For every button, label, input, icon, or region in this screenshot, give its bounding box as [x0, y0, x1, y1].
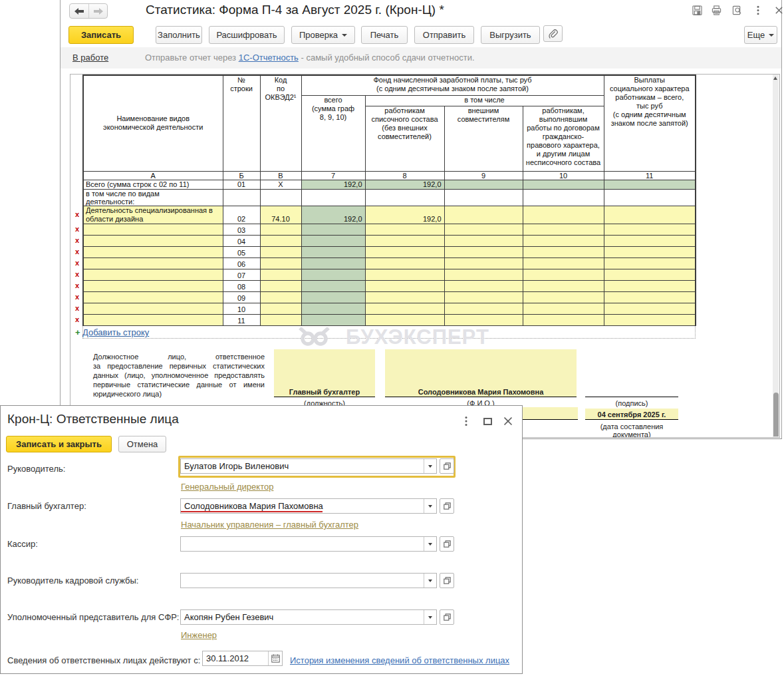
cell-c11[interactable]: [604, 314, 696, 325]
cell-okved[interactable]: [260, 291, 301, 303]
cell-c9[interactable]: [444, 235, 523, 246]
cell-c10[interactable]: [523, 257, 604, 269]
cell-c11[interactable]: [604, 303, 696, 314]
cell-okved[interactable]: [260, 235, 301, 246]
cell-c9[interactable]: [444, 269, 523, 280]
date-field[interactable]: 04 сентября 2025 г.: [585, 409, 678, 420]
more-dots-icon[interactable]: [755, 5, 761, 15]
cell-c8[interactable]: [365, 257, 444, 269]
cell-02-name[interactable]: Деятельность специализированная в област…: [83, 206, 223, 224]
cancel-button[interactable]: Отмена: [118, 436, 166, 452]
cell-okved[interactable]: [260, 314, 301, 325]
cell-c8[interactable]: [365, 246, 444, 257]
cell-total-c10[interactable]: [523, 180, 604, 189]
cashier-open-button[interactable]: [440, 536, 454, 552]
save-icon[interactable]: [692, 5, 702, 15]
cell-c8[interactable]: [365, 280, 444, 291]
hr-dropdown-button[interactable]: [424, 574, 436, 588]
fill-button[interactable]: Заполнить: [156, 26, 202, 44]
sfr-position-link[interactable]: Инженер: [181, 630, 217, 640]
vertical-scrollbar[interactable]: [773, 75, 779, 438]
cell-c7[interactable]: [301, 257, 365, 269]
cell-line[interactable]: 04: [223, 235, 260, 246]
manager-open-button[interactable]: [440, 458, 454, 474]
cell-c11[interactable]: [604, 246, 696, 257]
cell-okved[interactable]: [260, 269, 301, 280]
hr-input[interactable]: [180, 573, 437, 588]
decipher-button[interactable]: Расшифровать: [209, 26, 285, 44]
close-icon[interactable]: [774, 5, 784, 15]
cell-c9[interactable]: [444, 224, 523, 235]
print-button[interactable]: Печать: [361, 26, 408, 44]
cell-c9[interactable]: [444, 291, 523, 303]
cell-c11[interactable]: [604, 280, 696, 291]
cell-line[interactable]: 05: [223, 246, 260, 257]
cell-c11[interactable]: [604, 269, 696, 280]
cell-total-c7[interactable]: 192,0: [301, 180, 365, 189]
cell-line[interactable]: 03: [223, 224, 260, 235]
cell-c8[interactable]: [365, 235, 444, 246]
cell-c9[interactable]: [444, 314, 523, 325]
cell-c11[interactable]: [604, 224, 696, 235]
more-button[interactable]: Еще: [744, 26, 777, 44]
cell-c7[interactable]: [301, 303, 365, 314]
cell-02-c7[interactable]: 192,0: [301, 206, 365, 224]
history-link[interactable]: История изменения сведений об ответствен…: [290, 655, 509, 665]
dialog-maximize-icon[interactable]: [483, 418, 492, 425]
sfr-dropdown-button[interactable]: [424, 610, 436, 624]
send-button[interactable]: Отправить: [414, 26, 474, 44]
status-1c-link[interactable]: 1С-Отчетность: [239, 53, 299, 63]
cell-c9[interactable]: [444, 280, 523, 291]
cell-okved[interactable]: [260, 224, 301, 235]
cell-c10[interactable]: [523, 291, 604, 303]
fio-field[interactable]: Солодовникова Мария Пахомовна: [385, 349, 577, 397]
dialog-more-icon[interactable]: [464, 416, 468, 426]
cell-c8[interactable]: [365, 314, 444, 325]
cell-c11[interactable]: [604, 257, 696, 269]
date-input[interactable]: 30.11.2012: [202, 651, 283, 666]
save-close-button[interactable]: Записать и закрыть: [6, 436, 112, 452]
cell-c9[interactable]: [444, 303, 523, 314]
cell-name[interactable]: [83, 235, 223, 246]
cell-c10[interactable]: [523, 269, 604, 280]
cell-line[interactable]: 06: [223, 257, 260, 269]
sfr-input[interactable]: Акопян Рубен Гезевич: [180, 609, 437, 625]
cell-c9[interactable]: [444, 246, 523, 257]
cell-c10[interactable]: [523, 280, 604, 291]
cell-total-okved[interactable]: Х: [260, 180, 301, 189]
cell-02-c10[interactable]: [523, 206, 604, 224]
scrollbar-thumb[interactable]: [773, 393, 779, 436]
cell-okved[interactable]: [260, 280, 301, 291]
cell-name[interactable]: [83, 303, 223, 314]
cell-line[interactable]: 07: [223, 269, 260, 280]
cell-c10[interactable]: [523, 246, 604, 257]
cell-name[interactable]: [83, 246, 223, 257]
cell-total-c9[interactable]: [444, 180, 523, 189]
cell-c7[interactable]: [301, 314, 365, 325]
cell-c10[interactable]: [523, 224, 604, 235]
cell-02-c8[interactable]: 192,0: [365, 206, 444, 224]
accountant-open-button[interactable]: [440, 498, 454, 514]
cell-okved[interactable]: [260, 246, 301, 257]
cell-c7[interactable]: [301, 280, 365, 291]
cell-c9[interactable]: [444, 257, 523, 269]
cell-name[interactable]: [83, 224, 223, 235]
cell-c7[interactable]: [301, 291, 365, 303]
accountant-dropdown-button[interactable]: [424, 499, 436, 513]
cell-c7[interactable]: [301, 269, 365, 280]
scroll-up-icon[interactable]: [773, 77, 777, 80]
save-button[interactable]: Записать: [68, 26, 134, 44]
cell-c10[interactable]: [523, 314, 604, 325]
cell-name[interactable]: [83, 269, 223, 280]
cell-c8[interactable]: [365, 291, 444, 303]
cell-total-c11[interactable]: [604, 180, 696, 189]
manager-input[interactable]: Булатов Игорь Виленович: [180, 458, 437, 474]
cell-c10[interactable]: [523, 303, 604, 314]
cell-c8[interactable]: [365, 269, 444, 280]
cell-c8[interactable]: [365, 303, 444, 314]
date-calendar-button[interactable]: [268, 651, 282, 665]
manager-position-link[interactable]: Генеральный директор: [181, 482, 273, 492]
cell-total-line[interactable]: 01: [223, 180, 260, 189]
check-button[interactable]: Проверка: [291, 26, 355, 44]
print-icon[interactable]: [712, 5, 721, 15]
